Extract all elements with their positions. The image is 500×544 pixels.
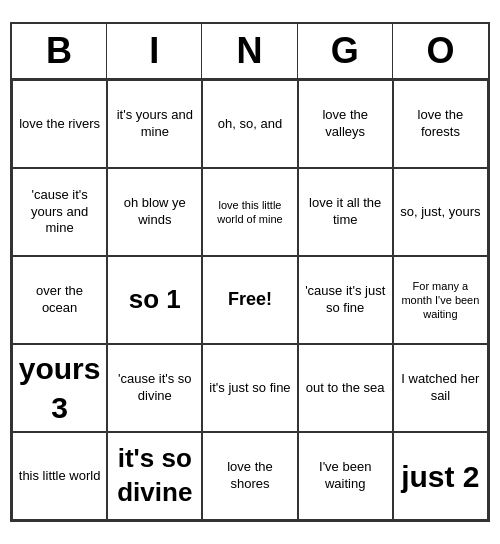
bingo-cell: just 2: [393, 432, 488, 520]
bingo-cell: love the rivers: [12, 80, 107, 168]
bingo-cell: yours 3: [12, 344, 107, 432]
bingo-header-cell: I: [107, 24, 202, 78]
bingo-cell: it's just so fine: [202, 344, 297, 432]
bingo-card: BINGO love the riversit's yours and mine…: [10, 22, 490, 522]
bingo-cell: I've been waiting: [298, 432, 393, 520]
bingo-cell: this little world: [12, 432, 107, 520]
bingo-cell: oh, so, and: [202, 80, 297, 168]
bingo-cell: so 1: [107, 256, 202, 344]
bingo-header-cell: N: [202, 24, 297, 78]
bingo-header: BINGO: [12, 24, 488, 80]
bingo-cell: over the ocean: [12, 256, 107, 344]
bingo-cell: so, just, yours: [393, 168, 488, 256]
bingo-cell: it's yours and mine: [107, 80, 202, 168]
bingo-cell: out to the sea: [298, 344, 393, 432]
bingo-cell: I watched her sail: [393, 344, 488, 432]
bingo-cell: love it all the time: [298, 168, 393, 256]
bingo-cell: 'cause it's yours and mine: [12, 168, 107, 256]
bingo-cell: love the valleys: [298, 80, 393, 168]
bingo-cell: love the shores: [202, 432, 297, 520]
bingo-cell: oh blow ye winds: [107, 168, 202, 256]
bingo-grid: love the riversit's yours and mineoh, so…: [12, 80, 488, 520]
bingo-header-cell: O: [393, 24, 488, 78]
bingo-cell: 'cause it's so divine: [107, 344, 202, 432]
bingo-cell: Free!: [202, 256, 297, 344]
bingo-cell: it's so divine: [107, 432, 202, 520]
bingo-cell: love the forests: [393, 80, 488, 168]
bingo-header-cell: G: [298, 24, 393, 78]
bingo-cell: 'cause it's just so fine: [298, 256, 393, 344]
bingo-cell: love this little world of mine: [202, 168, 297, 256]
bingo-cell: For many a month I've been waiting: [393, 256, 488, 344]
bingo-header-cell: B: [12, 24, 107, 78]
